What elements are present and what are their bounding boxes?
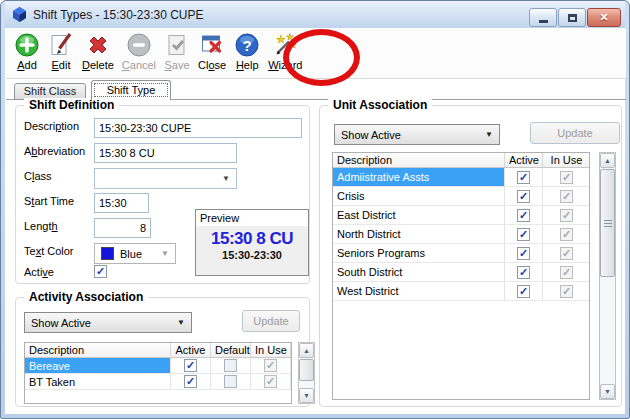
active-checkbox[interactable]: ✓ xyxy=(517,285,530,298)
active-checkbox[interactable]: ✓ xyxy=(184,375,197,388)
active-checkbox[interactable]: ✓ xyxy=(517,209,530,222)
default-checkbox[interactable] xyxy=(224,375,237,388)
table-row[interactable]: Seniors Programs✓✓ xyxy=(333,244,589,263)
table-row[interactable]: Admiistrative Assts✓✓ xyxy=(333,168,589,187)
abbreviation-input[interactable] xyxy=(94,143,237,163)
minimize-icon xyxy=(539,20,548,23)
in-use-checkbox[interactable]: ✓ xyxy=(264,359,277,372)
close-label: Close xyxy=(198,59,226,71)
column-header[interactable]: Active xyxy=(505,153,543,167)
column-header[interactable]: Description xyxy=(25,343,171,357)
close-button[interactable]: ✕ xyxy=(587,8,621,27)
chevron-down-icon: ▼ xyxy=(177,318,185,327)
unit-filter-select[interactable]: Show Active ▼ xyxy=(334,124,500,145)
table-row[interactable]: North District✓✓ xyxy=(333,225,589,244)
row-description[interactable]: North District xyxy=(333,225,505,243)
active-checkbox[interactable]: ✓ xyxy=(517,247,530,260)
wizard-label: Wizard xyxy=(268,59,302,71)
text-color-select[interactable]: Blue ▼ xyxy=(94,243,176,264)
save-button[interactable]: Save xyxy=(161,32,193,76)
scrollbar-thumb[interactable] xyxy=(600,169,615,277)
window-title: Shift Types - 15:30-23:30 CUPE xyxy=(33,8,204,22)
wizard-button[interactable]: ★ ★ ★ Wizard xyxy=(265,32,305,76)
description-input[interactable] xyxy=(94,118,302,138)
class-select[interactable]: ▼ xyxy=(94,168,237,189)
tab-shift-type[interactable]: Shift Type xyxy=(91,80,171,100)
minimize-button[interactable] xyxy=(529,8,557,27)
row-description[interactable]: East District xyxy=(333,206,505,224)
help-button[interactable]: ? Help xyxy=(231,32,263,76)
active-checkbox[interactable]: ✓ xyxy=(517,190,530,203)
cancel-icon xyxy=(126,32,152,58)
checkbox-cell: ✓ xyxy=(543,225,590,243)
maximize-icon xyxy=(568,14,577,22)
scroll-up-icon[interactable]: ▲ xyxy=(600,153,615,168)
column-header[interactable]: Active xyxy=(171,343,211,357)
chevron-down-icon: ▼ xyxy=(485,130,493,139)
default-checkbox[interactable] xyxy=(224,359,237,372)
checkbox-cell: ✓ xyxy=(505,206,543,224)
in-use-checkbox[interactable]: ✓ xyxy=(264,375,277,388)
active-checkbox[interactable]: ✓ xyxy=(517,266,530,279)
unit-association-title: Unit Association xyxy=(328,98,432,112)
in-use-checkbox[interactable]: ✓ xyxy=(560,209,573,222)
active-checkbox[interactable]: ✓ xyxy=(517,228,530,241)
scrollbar-thumb[interactable] xyxy=(299,359,314,381)
row-description[interactable]: Bereave xyxy=(25,358,171,373)
in-use-checkbox[interactable]: ✓ xyxy=(560,266,573,279)
column-header[interactable]: Default xyxy=(211,343,251,357)
delete-button[interactable]: Delete xyxy=(79,32,117,76)
column-header[interactable]: In Use xyxy=(543,153,590,167)
unit-scrollbar[interactable]: ▲ ▼ xyxy=(599,152,616,400)
checkbox-cell: ✓ xyxy=(505,225,543,243)
maximize-button[interactable] xyxy=(558,8,586,27)
activity-filter-select[interactable]: Show Active ▼ xyxy=(24,312,192,333)
column-header[interactable]: In Use xyxy=(251,343,291,357)
row-description[interactable]: West District xyxy=(333,282,505,300)
activity-update-button[interactable]: Update xyxy=(242,310,300,332)
in-use-checkbox[interactable]: ✓ xyxy=(560,285,573,298)
row-description[interactable]: Crisis xyxy=(333,187,505,205)
delete-icon xyxy=(85,32,111,58)
length-input[interactable] xyxy=(94,218,151,238)
row-description[interactable]: Admiistrative Assts xyxy=(333,168,505,186)
column-header[interactable]: Description xyxy=(333,153,505,167)
scroll-up-icon[interactable]: ▲ xyxy=(299,343,314,358)
checkbox-cell: ✓ xyxy=(505,244,543,262)
row-description[interactable]: BT Taken xyxy=(25,374,171,389)
preview-abbreviation: 15:30 8 CU xyxy=(196,229,308,249)
active-checkbox[interactable]: ✓ xyxy=(94,265,107,278)
table-row[interactable]: BT Taken✓✓ xyxy=(25,374,291,390)
scroll-down-icon[interactable]: ▼ xyxy=(600,384,615,399)
unit-update-button[interactable]: Update xyxy=(530,122,620,144)
in-use-checkbox[interactable]: ✓ xyxy=(560,171,573,184)
preview-panel: Preview 15:30 8 CU 15:30-23:30 xyxy=(195,209,309,276)
unit-table: DescriptionActiveIn UseAdmiistrative Ass… xyxy=(332,152,590,400)
scroll-down-icon[interactable]: ▼ xyxy=(299,388,314,403)
color-swatch xyxy=(101,247,114,260)
in-use-checkbox[interactable]: ✓ xyxy=(560,190,573,203)
row-description[interactable]: South District xyxy=(333,263,505,281)
toolbar-close-button[interactable]: Close xyxy=(195,32,229,76)
start-time-input[interactable] xyxy=(94,193,149,213)
checkbox-cell xyxy=(211,374,251,389)
active-checkbox[interactable]: ✓ xyxy=(517,171,530,184)
in-use-checkbox[interactable]: ✓ xyxy=(560,247,573,260)
table-row[interactable]: West District✓✓ xyxy=(333,282,589,301)
add-icon xyxy=(14,32,40,58)
table-row[interactable]: South District✓✓ xyxy=(333,263,589,282)
activity-scrollbar[interactable]: ▲ ▼ xyxy=(298,342,315,404)
edit-button[interactable]: Edit xyxy=(45,32,77,76)
active-checkbox[interactable]: ✓ xyxy=(184,359,197,372)
row-description[interactable]: Seniors Programs xyxy=(333,244,505,262)
cancel-button[interactable]: Cancel xyxy=(119,32,159,76)
description-label: Description xyxy=(24,120,79,132)
table-row[interactable]: Bereave✓✓ xyxy=(25,358,291,374)
table-row[interactable]: East District✓✓ xyxy=(333,206,589,225)
checkbox-cell: ✓ xyxy=(505,282,543,300)
table-row[interactable]: Crisis✓✓ xyxy=(333,187,589,206)
add-button[interactable]: Add xyxy=(11,32,43,76)
in-use-checkbox[interactable]: ✓ xyxy=(560,228,573,241)
checkbox-cell: ✓ xyxy=(505,187,543,205)
titlebar[interactable]: Shift Types - 15:30-23:30 CUPE ✕ xyxy=(5,1,625,28)
